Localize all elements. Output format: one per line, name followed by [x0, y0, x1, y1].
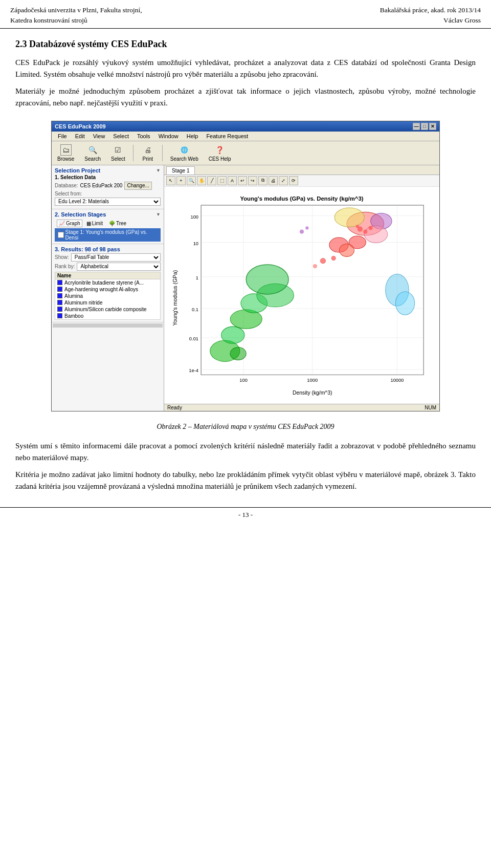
status-text: Ready: [167, 405, 182, 410]
maximize-button[interactable]: □: [421, 123, 428, 130]
material-name-6: Bamboo: [64, 313, 83, 319]
select-from-value-row: Edu Level 2: Materials: [55, 198, 161, 206]
svg-text:0.01: 0.01: [189, 336, 198, 341]
material-item-6[interactable]: Bamboo: [55, 313, 160, 319]
browse-button[interactable]: 🗂 Browse: [54, 143, 78, 163]
chart-tool-pan[interactable]: ✋: [197, 176, 206, 185]
select-from-dropdown[interactable]: Edu Level 2: Materials: [55, 198, 161, 206]
material-color-2: [57, 287, 62, 292]
svg-point-42: [363, 229, 367, 233]
svg-point-23: [221, 327, 245, 343]
chart-tool-print[interactable]: 🖨: [269, 176, 278, 185]
chart-tool-zoom[interactable]: 🔍: [187, 176, 196, 185]
selection-data-subtitle: 1. Selection Data: [55, 175, 161, 180]
body-paragraph-1: CES EduPack je rozsáhlý výukový systém u…: [15, 57, 476, 81]
limit-button[interactable]: ▦ Limit: [84, 220, 105, 227]
show-dropdown[interactable]: Pass/Fail Table: [71, 253, 161, 262]
chart-tool-line[interactable]: ╱: [207, 176, 216, 185]
chart-tool-arrow[interactable]: ↖: [166, 176, 175, 185]
svg-text:100: 100: [190, 214, 198, 219]
select-button[interactable]: ☑ Select: [107, 143, 129, 163]
chart-tool-label[interactable]: A: [228, 176, 237, 185]
menu-file[interactable]: File: [54, 132, 71, 140]
chart-tool-copy[interactable]: ⧉: [258, 176, 267, 185]
app-screenshot-container: CES EduPack 2009 — □ ✕ File Edit View Se…: [15, 121, 476, 411]
chart-tool-fit[interactable]: ⤢: [279, 176, 288, 185]
change-button[interactable]: Change...: [124, 182, 151, 190]
results-title: 3. Results: 98 of 98 pass: [55, 246, 161, 252]
ces-help-icon: ❓: [214, 144, 226, 156]
menu-view[interactable]: View: [89, 132, 109, 140]
material-item-2[interactable]: Age-hardening wrought Al-alloys: [55, 286, 160, 293]
graph-button[interactable]: 📈 Graph: [57, 220, 82, 227]
section2-arrow: ▼: [156, 212, 161, 217]
left-panel: Selection Project ▼ 1. Selection Data Da…: [52, 165, 164, 411]
search-button[interactable]: 🔍 Search: [81, 143, 104, 163]
svg-point-39: [331, 256, 336, 260]
stage-item-label: Stage 1: Young's modulus (GPa) vs. Densi: [65, 229, 158, 241]
thesis-info: Bakalářská práce, akad. rok 2013/14: [380, 5, 481, 15]
tree-button[interactable]: 🌳 Tree: [107, 220, 128, 227]
svg-text:1000: 1000: [307, 377, 318, 382]
material-name-4: Aluminum nitride: [64, 300, 102, 306]
tab-bar: Stage 1: [164, 165, 439, 175]
svg-point-44: [369, 226, 373, 230]
chart-tool-select-area[interactable]: ⬚: [217, 176, 227, 185]
material-color-3: [57, 293, 62, 298]
body-paragraph-4: Kritéria je možno zadávat jako limitní h…: [15, 469, 476, 493]
right-panel: Stage 1 ↖ + 🔍 ✋ ╱ ⬚ A ↩ ↪ ⧉ 🖨: [164, 165, 439, 411]
search-web-button[interactable]: 🌐 Search Web: [167, 143, 202, 163]
menu-help[interactable]: Help: [183, 132, 203, 140]
minimize-button[interactable]: —: [413, 123, 420, 130]
material-item-3[interactable]: Alumina: [55, 293, 160, 299]
menu-window[interactable]: Window: [154, 132, 183, 140]
svg-point-45: [300, 229, 304, 233]
menu-tools[interactable]: Tools: [133, 132, 154, 140]
material-item-1[interactable]: Acrylonitrile butadiene styrene (A...: [55, 279, 160, 286]
section-selection-data: Selection Project ▼ 1. Selection Data Da…: [52, 165, 164, 209]
material-item-4[interactable]: Aluminum nitride: [55, 299, 160, 306]
svg-point-38: [320, 258, 325, 263]
app-body: Selection Project ▼ 1. Selection Data Da…: [52, 165, 439, 411]
material-name-5: Aluminum/Silicon carbide composite: [64, 307, 147, 312]
chart-tool-reset[interactable]: ⟳: [289, 176, 298, 185]
stage2-toolbar: 📈 Graph ▦ Limit 🌳 Tree: [55, 219, 161, 228]
chart-tool-redo[interactable]: ↪: [248, 176, 257, 185]
svg-point-27: [246, 264, 288, 294]
limit-icon: ▦: [86, 221, 91, 226]
status-num: NUM: [425, 405, 436, 410]
section-selection-stages: 2. Selection Stages ▼ 📈 Graph ▦ Limit: [52, 209, 164, 244]
section-title: 2.3 Databázové systémy CES EduPack: [15, 39, 476, 50]
show-label: Show:: [55, 254, 69, 260]
chart-tool-crosshair[interactable]: +: [176, 176, 186, 185]
material-item-5[interactable]: Aluminum/Silicon carbide composite: [55, 306, 160, 313]
close-button[interactable]: ✕: [429, 123, 436, 130]
print-button[interactable]: 🖨 Print: [138, 143, 158, 163]
materials-header: Name: [55, 272, 160, 279]
app-menubar: File Edit View Select Tools Window Help …: [52, 132, 439, 141]
ces-help-button[interactable]: ❓ CES Help: [205, 143, 235, 163]
tab-stage1[interactable]: Stage 1: [166, 166, 195, 175]
stage-item-1[interactable]: Stage 1: Young's modulus (GPa) vs. Densi: [55, 228, 161, 242]
menu-feature-request[interactable]: Feature Request: [202, 132, 252, 140]
app-window: CES EduPack 2009 — □ ✕ File Edit View Se…: [51, 121, 440, 411]
material-color-1: [57, 280, 62, 285]
department-name: Katedra konstruování strojů: [10, 15, 142, 26]
svg-text:Young's modulus (GPa) vs. Dens: Young's modulus (GPa) vs. Density (kg/m^…: [240, 195, 363, 201]
chart-tool-undo[interactable]: ↩: [238, 176, 247, 185]
selection-project-title: Selection Project ▼: [55, 167, 161, 173]
rank-dropdown[interactable]: Alphabetical: [77, 263, 161, 271]
scrollbar[interactable]: [53, 323, 163, 328]
menu-select[interactable]: Select: [109, 132, 133, 140]
materials-list: Name Acrylonitrile butadiene styrene (A.…: [55, 272, 161, 320]
rank-row: Rank by: Alphabetical: [55, 263, 161, 271]
material-name-2: Age-hardening wrought Al-alloys: [64, 287, 138, 292]
database-value: CES EduPack 200: [80, 183, 123, 188]
menu-edit[interactable]: Edit: [71, 132, 89, 140]
material-name-3: Alumina: [64, 293, 83, 299]
svg-point-37: [230, 347, 246, 360]
search-icon: 🔍: [87, 144, 98, 156]
stages-title-text: 2. Selection Stages: [55, 211, 106, 218]
status-bar: Ready NUM: [164, 404, 439, 411]
svg-text:1e-4: 1e-4: [189, 368, 198, 373]
